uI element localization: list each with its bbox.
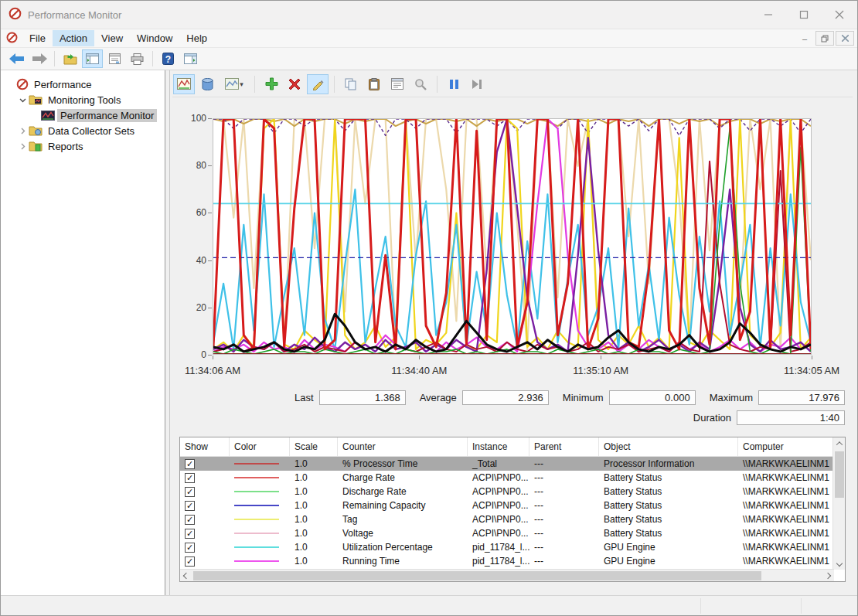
horizontal-scrollbar[interactable] [180, 569, 834, 581]
table-row[interactable]: ✓1.0% Processor Time_Total---Processor I… [180, 457, 845, 471]
cell-counter: Utilization Percentage [338, 542, 468, 553]
sidebar-item-performance-monitor[interactable]: Performance Monitor [1, 107, 165, 123]
cell-computer: \\MARKWKAELINM1 [738, 472, 833, 483]
highlight-icon[interactable] [307, 74, 329, 94]
table-row[interactable]: ✓1.0Remaining CapacityACPI\PNP0...---Bat… [180, 499, 845, 512]
perfmon-chart-icon [41, 111, 55, 121]
update-data-icon[interactable] [466, 74, 488, 94]
sidebar-item-label: Monitoring Tools [45, 94, 124, 107]
chevron-collapsed-icon[interactable] [18, 128, 27, 134]
cell-parent: --- [529, 556, 599, 567]
close-button[interactable] [822, 1, 857, 29]
column-header-instance[interactable]: Instance [468, 437, 529, 456]
x-axis-label: 11:35:10 AM [573, 365, 628, 376]
vertical-scroll-thumb[interactable] [835, 451, 844, 498]
x-axis-label: 11:34:05 AM [784, 365, 839, 376]
chart-toolbar: ▾ [172, 74, 853, 97]
y-axis-label: 0 [180, 349, 206, 360]
table-row[interactable]: ✓1.0TagACPI\PNP0...---Battery Status\\MA… [180, 512, 845, 526]
cell-instance: pid_11784_l... [468, 542, 529, 553]
vertical-scrollbar[interactable] [832, 437, 845, 570]
view-current-activity-icon[interactable] [173, 74, 195, 94]
mdi-restore-button[interactable] [815, 31, 834, 46]
show-checkbox[interactable]: ✓ [185, 543, 195, 553]
column-header-color[interactable]: Color [230, 437, 290, 456]
folder-collector-icon [29, 125, 43, 136]
column-header-object[interactable]: Object [599, 437, 738, 456]
forward-icon[interactable] [29, 49, 49, 68]
column-header-parent[interactable]: Parent [529, 437, 599, 456]
zoom-icon[interactable] [410, 74, 431, 94]
cell-object: Battery Status [599, 500, 738, 511]
color-swatch [234, 533, 279, 534]
scroll-down-icon[interactable] [833, 557, 846, 570]
toolbar-separator [152, 51, 153, 66]
properties-dialog-icon[interactable] [386, 74, 408, 94]
column-header-scale[interactable]: Scale [290, 437, 338, 456]
y-axis-label: 20 [180, 302, 206, 313]
show-checkbox[interactable]: ✓ [185, 459, 195, 469]
minimize-button[interactable] [751, 1, 786, 29]
console-system-icon [6, 32, 18, 46]
menu-item-view[interactable]: View [94, 30, 130, 46]
sidebar-item-data-collector-sets[interactable]: Data Collector Sets [1, 123, 165, 138]
column-header-show[interactable]: Show [180, 437, 230, 456]
column-header-computer[interactable]: Computer [738, 437, 833, 456]
mdi-close-button[interactable] [836, 31, 854, 46]
scroll-left-icon[interactable] [180, 570, 192, 582]
properties-icon[interactable] [104, 49, 125, 68]
y-axis-label: 100 [180, 113, 206, 124]
back-icon[interactable] [6, 49, 27, 68]
x-axis-tick [812, 356, 812, 359]
show-checkbox[interactable]: ✓ [185, 473, 195, 483]
show-checkbox[interactable]: ✓ [185, 515, 195, 525]
delete-counter-icon[interactable] [284, 74, 305, 94]
horizontal-scroll-thumb[interactable] [193, 571, 761, 580]
add-counter-icon[interactable] [260, 74, 282, 94]
show-console-tree-icon[interactable] [82, 49, 103, 68]
scroll-right-icon[interactable] [822, 570, 834, 582]
table-row[interactable]: ✓1.0Charge RateACPI\PNP0...---Battery St… [180, 471, 845, 485]
export-icon[interactable] [60, 49, 80, 68]
freeze-display-icon[interactable] [443, 74, 465, 94]
copy-properties-icon[interactable] [340, 74, 362, 94]
chevron-expanded-icon[interactable] [18, 97, 27, 104]
cell-object: Processor Information [599, 458, 738, 469]
show-checkbox[interactable]: ✓ [185, 529, 195, 539]
table-row[interactable]: ✓1.0Utilization Percentagepid_11784_l...… [180, 540, 845, 554]
sidebar-item-performance[interactable]: Performance [1, 77, 165, 92]
cell-parent: --- [529, 500, 599, 511]
show-checkbox[interactable]: ✓ [185, 487, 195, 497]
print-icon[interactable] [127, 49, 148, 68]
help-icon[interactable]: ? [158, 49, 179, 68]
mdi-minimize-button[interactable]: – [795, 31, 814, 46]
change-graph-type-icon[interactable]: ▾ [220, 74, 249, 94]
show-action-pane-icon[interactable] [180, 49, 201, 68]
last-label: Last [295, 392, 314, 403]
show-checkbox[interactable]: ✓ [185, 556, 195, 567]
cell-counter: Tag [338, 514, 468, 525]
menu-item-file[interactable]: File [22, 30, 53, 46]
cell-object: Battery Status [599, 528, 738, 539]
sidebar-item-reports[interactable]: Reports [1, 138, 165, 154]
color-swatch [234, 463, 279, 465]
sidebar-item-label: Reports [45, 140, 87, 153]
maximize-button[interactable] [786, 1, 822, 29]
table-row[interactable]: ✓1.0Discharge RateACPI\PNP0...---Battery… [180, 485, 845, 499]
table-row[interactable]: ✓1.0Running Timepid_11784_l...---GPU Eng… [180, 554, 845, 568]
color-swatch [234, 505, 279, 506]
scroll-up-icon[interactable] [833, 437, 846, 450]
sidebar-item-monitoring-tools[interactable]: Monitoring Tools [1, 92, 165, 107]
menu-item-action[interactable]: Action [53, 30, 94, 46]
table-row[interactable]: ✓1.0VoltageACPI\PNP0...---Battery Status… [180, 526, 845, 540]
paste-counter-list-icon[interactable] [363, 74, 385, 94]
color-swatch [234, 546, 279, 548]
chevron-collapsed-icon[interactable] [18, 143, 27, 150]
menu-item-help[interactable]: Help [179, 30, 214, 46]
minimum-label: Minimum [563, 392, 604, 403]
view-log-data-icon[interactable] [196, 74, 218, 94]
cell-scale: 1.0 [290, 458, 338, 469]
menu-item-window[interactable]: Window [130, 30, 179, 46]
show-checkbox[interactable]: ✓ [185, 501, 195, 511]
column-header-counter[interactable]: Counter [338, 437, 468, 456]
